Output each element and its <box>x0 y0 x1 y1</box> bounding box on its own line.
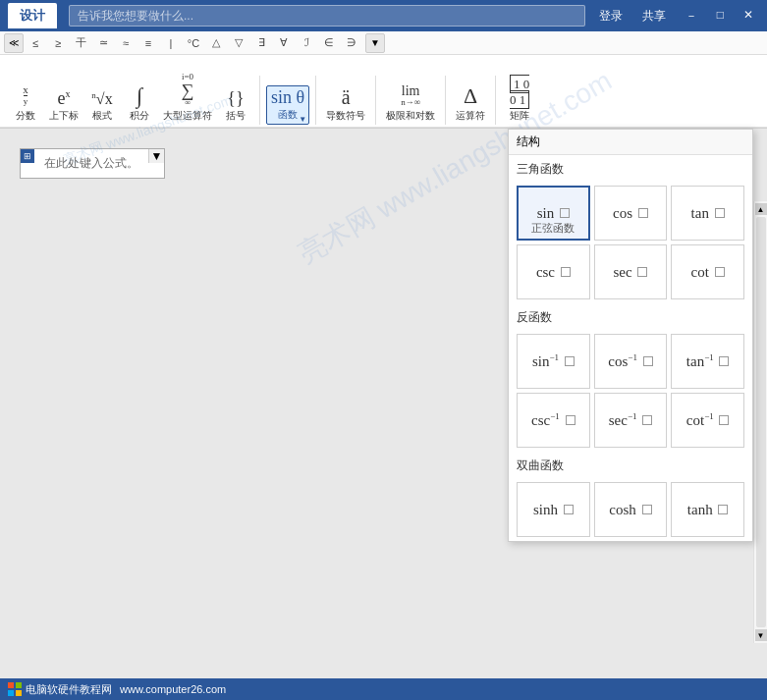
largeop-btn[interactable]: i=0 ∑ ∞ 大型运算符 <box>159 71 216 125</box>
design-tab[interactable]: 设计 <box>8 3 57 28</box>
cosh-formula: cosh <box>609 502 651 518</box>
sin-inv-item[interactable]: sin−1 <box>517 334 590 389</box>
cos-formula: cos <box>613 205 648 222</box>
symbol-geq[interactable]: ≥ <box>47 33 69 53</box>
cos-item[interactable]: cos <box>594 186 668 241</box>
sin-item[interactable]: sin 正弦函数 <box>517 186 590 241</box>
superscript-btn[interactable]: ex 上下标 <box>45 87 82 125</box>
matrix-icon: 1 00 1 <box>510 76 529 107</box>
symbol-plus-minus[interactable]: 干 <box>70 33 91 53</box>
bottom-logo: 电脑软硬件教程网 <box>8 682 112 697</box>
integral-btn[interactable]: ∫ 积分 <box>122 83 157 125</box>
trig-grid: sin 正弦函数 cos tan csc sec cot <box>509 182 752 303</box>
sin-inv-formula: sin−1 <box>532 352 575 370</box>
sec-item[interactable]: sec <box>594 244 668 299</box>
tan-inv-item[interactable]: tan−1 <box>671 334 744 389</box>
win-q3 <box>8 690 14 696</box>
function-btn[interactable]: sin θ 函数 ▼ <box>266 85 309 125</box>
symbol-leq[interactable]: ≤ <box>25 33 46 53</box>
share-button[interactable]: 共享 <box>636 6 672 27</box>
dropdown-panel: 结构 三角函数 sin 正弦函数 cos tan csc s <box>508 129 753 542</box>
cot-inv-item[interactable]: cot−1 <box>671 393 744 448</box>
limit-label: 极限和对数 <box>386 109 435 123</box>
windows-logo <box>8 682 22 696</box>
accent-btn[interactable]: ä 导数符号 <box>322 85 369 125</box>
cos-inv-item[interactable]: cos−1 <box>594 334 668 389</box>
bracket-icon: {} <box>227 89 244 107</box>
fraction-label: 分数 <box>16 109 35 123</box>
ribbon-toolbar: x y 分数 ex 上下标 n√x 根式 ∫ 积分 i=0 ∑ <box>0 55 767 128</box>
symbol-delta[interactable]: △ <box>205 33 227 53</box>
divider5 <box>495 76 496 125</box>
limit-btn[interactable]: lim n→∞ 极限和对数 <box>382 82 439 125</box>
symbol-approx2[interactable]: ≈ <box>115 33 137 53</box>
symbol-equiv[interactable]: ≡ <box>137 33 159 53</box>
divider4 <box>445 76 446 125</box>
nav-prev-btn[interactable]: ≪ <box>4 33 24 53</box>
sec-formula: sec <box>614 264 648 281</box>
symbol-approx[interactable]: ≃ <box>92 33 114 53</box>
fraction-btn[interactable]: x y 分数 <box>8 81 43 125</box>
trig-section-title: 三角函数 <box>509 155 752 182</box>
hyperbolic-grid: sinh cosh tanh <box>509 478 752 541</box>
bracket-btn[interactable]: {} 括号 <box>218 87 253 125</box>
search-input[interactable] <box>69 5 585 27</box>
sin-formula: sin <box>537 205 570 222</box>
divider2 <box>315 76 316 125</box>
scroll-thumb[interactable] <box>756 217 766 627</box>
radical-label: 根式 <box>92 109 112 123</box>
tan-item[interactable]: tan <box>671 186 744 241</box>
sinh-item[interactable]: sinh <box>517 482 590 537</box>
superscript-label: 上下标 <box>49 109 79 123</box>
panel-scrollbar: ▲ ▼ <box>753 201 767 643</box>
csc-inv-item[interactable]: csc−1 <box>517 393 590 448</box>
formula-input[interactable]: 在此处键入公式。 <box>34 149 148 178</box>
operator-btn[interactable]: Δ 运算符 <box>452 83 489 125</box>
operator-label: 运算符 <box>456 109 485 123</box>
scroll-up-btn[interactable]: ▲ <box>755 203 767 215</box>
nav-dropdown-btn[interactable]: ▼ <box>365 33 385 53</box>
function-icon: sin θ <box>271 88 304 106</box>
sin-label: 正弦函数 <box>519 221 588 236</box>
formula-dropdown[interactable]: ▼ <box>148 149 164 163</box>
divider3 <box>375 76 376 125</box>
symbol-element[interactable]: ∈ <box>318 33 340 53</box>
csc-item[interactable]: csc <box>517 244 590 299</box>
csc-inv-formula: csc−1 <box>531 411 575 429</box>
cot-inv-formula: cot−1 <box>686 411 730 429</box>
symbol-exists[interactable]: ∃ <box>250 33 272 53</box>
radical-btn[interactable]: n√x 根式 <box>84 89 120 125</box>
panel-header-text: 结构 <box>517 134 540 150</box>
sec-inv-formula: sec−1 <box>609 411 652 429</box>
win-q1 <box>8 682 14 688</box>
scroll-down-btn[interactable]: ▼ <box>755 629 767 641</box>
superscript-icon: ex <box>58 89 71 107</box>
symbol-element2[interactable]: ∋ <box>341 33 362 53</box>
tanh-item[interactable]: tanh <box>671 482 744 537</box>
symbol-nabla[interactable]: ▽ <box>228 33 249 53</box>
hyperbolic-section-title: 双曲函数 <box>509 452 752 478</box>
sec-inv-item[interactable]: sec−1 <box>594 393 668 448</box>
minimize-button[interactable]: － <box>680 6 703 27</box>
panel-header: 结构 <box>509 130 752 155</box>
ribbon: ≪ ≤ ≥ 干 ≃ ≈ ≡ | °C △ ▽ ∃ ∀ ℐ ∈ ∋ ▼ x y 分… <box>0 31 767 129</box>
symbol-celsius[interactable]: °C <box>183 33 204 53</box>
integral-label: 积分 <box>130 109 149 123</box>
formula-handle[interactable]: ⊞ <box>21 149 34 163</box>
bottom-website: www.computer26.com <box>120 683 226 695</box>
formula-container: ⊞ 在此处键入公式。 ▼ <box>20 148 165 179</box>
main-area: ⊞ 在此处键入公式。 ▼ 亮术网 www.liangshunet.com 亮术网… <box>0 129 767 679</box>
divider1 <box>259 76 260 125</box>
symbol-forall[interactable]: ∀ <box>273 33 295 53</box>
cosh-item[interactable]: cosh <box>594 482 668 537</box>
inverse-section-title: 反函数 <box>509 303 752 330</box>
matrix-btn[interactable]: 1 00 1 矩阵 <box>502 74 537 125</box>
fraction-icon: x y <box>23 83 28 107</box>
integral-icon: ∫ <box>137 85 142 107</box>
login-button[interactable]: 登录 <box>593 6 629 27</box>
close-button[interactable]: ✕ <box>738 6 759 27</box>
maximize-button[interactable]: □ <box>711 6 730 27</box>
bottom-bar: 电脑软硬件教程网 www.computer26.com <box>0 678 767 700</box>
cot-item[interactable]: cot <box>671 244 744 299</box>
symbol-script[interactable]: ℐ <box>296 33 317 53</box>
